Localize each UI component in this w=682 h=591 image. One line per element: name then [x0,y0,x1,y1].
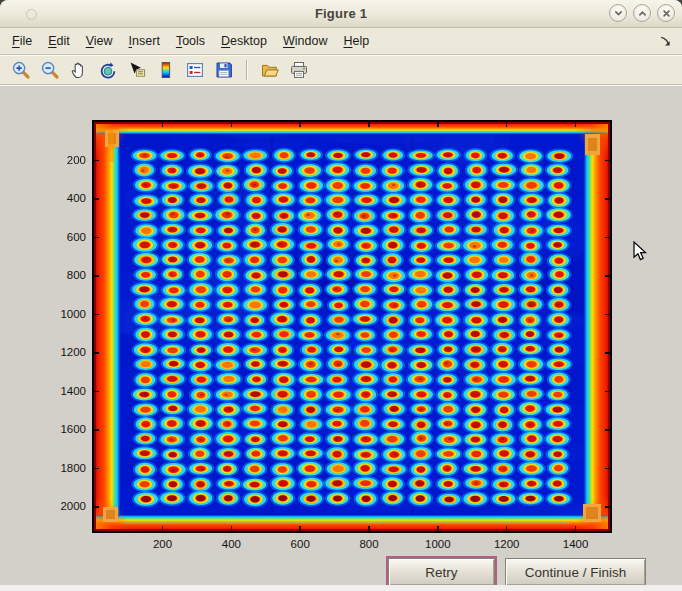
x-tick-mark [231,526,233,531]
y-tick-mark [605,391,610,393]
tool-insert-legend-icon[interactable] [182,58,208,82]
desktop-strip [0,585,682,591]
menu-desktop[interactable]: Desktop [213,30,275,52]
y-tick-mark [605,468,610,470]
menu-help[interactable]: Help [335,30,377,52]
figure-canvas-area: Retry Continue / Finish 2004006008001000… [0,84,682,587]
y-tick-mark [94,391,99,393]
y-tick-mark [94,160,99,162]
window-menu-icon[interactable] [26,9,37,20]
y-tick-label: 1800 [40,462,86,475]
dock-figure-icon[interactable] [657,33,674,50]
x-tick-label: 1200 [485,538,529,551]
x-tick-mark [506,122,508,127]
plot-axes[interactable] [92,120,612,533]
menu-view[interactable]: View [78,30,121,52]
tool-colorbar-icon[interactable] [153,58,179,82]
menu-tools[interactable]: Tools [168,30,213,52]
y-tick-mark [605,160,610,162]
tool-rotate-3d-icon[interactable] [95,58,121,82]
tool-pan-icon[interactable] [66,58,92,82]
y-tick-label: 1200 [40,346,86,359]
x-tick-label: 400 [209,538,253,551]
y-tick-label: 800 [40,269,86,282]
y-tick-mark [94,429,99,431]
menu-file[interactable]: File [4,30,40,52]
x-tick-label: 1400 [554,538,598,551]
menu-insert[interactable]: Insert [121,30,168,52]
x-tick-mark [575,526,577,531]
y-tick-mark [94,198,99,200]
tool-open-icon[interactable] [257,58,283,82]
y-tick-mark [94,468,99,470]
x-tick-label: 800 [347,538,391,551]
y-tick-mark [605,429,610,431]
y-tick-label: 1000 [40,308,86,321]
menu-window[interactable]: Window [275,30,335,52]
tool-print-icon[interactable] [286,58,312,82]
toolbar-separator [246,60,248,80]
minimize-button[interactable] [609,4,627,22]
y-tick-mark [605,275,610,277]
x-tick-label: 200 [141,538,185,551]
close-button[interactable] [657,4,675,22]
y-tick-label: 1400 [40,385,86,398]
figure-window: Figure 1 FileEditViewInsertToolsDesktopW… [0,0,682,585]
x-tick-mark [231,122,233,127]
window-controls [609,4,675,22]
x-tick-mark [575,122,577,127]
y-tick-label: 200 [40,154,86,167]
retry-button[interactable]: Retry [388,558,495,586]
y-tick-label: 600 [40,231,86,244]
x-tick-mark [299,526,301,531]
figure-toolbar [0,54,682,84]
x-tick-mark [162,122,164,127]
menu-bar: FileEditViewInsertToolsDesktopWindowHelp [0,28,682,54]
x-tick-mark [437,122,439,127]
y-tick-mark [605,237,610,239]
continue-finish-button[interactable]: Continue / Finish [505,558,646,586]
x-tick-mark [437,526,439,531]
y-tick-mark [94,314,99,316]
x-tick-mark [299,122,301,127]
y-tick-mark [605,352,610,354]
y-tick-mark [94,275,99,277]
tool-data-cursor-icon[interactable] [124,58,150,82]
x-tick-label: 600 [278,538,322,551]
x-tick-mark [506,526,508,531]
y-tick-mark [94,352,99,354]
heatmap-image[interactable] [94,122,610,531]
x-tick-mark [368,122,370,127]
y-tick-label: 2000 [40,500,86,513]
tool-zoom-in-icon[interactable] [8,58,34,82]
title-bar[interactable]: Figure 1 [0,0,682,28]
y-tick-mark [605,506,610,508]
tool-save-icon[interactable] [211,58,237,82]
x-tick-mark [368,526,370,531]
y-tick-mark [605,314,610,316]
y-tick-label: 400 [40,192,86,205]
maximize-button[interactable] [633,4,651,22]
window-title: Figure 1 [315,6,367,21]
tool-zoom-out-icon[interactable] [37,58,63,82]
menu-edit[interactable]: Edit [40,30,78,52]
y-tick-mark [94,237,99,239]
y-tick-mark [605,198,610,200]
y-tick-label: 1600 [40,423,86,436]
y-tick-mark [94,506,99,508]
x-tick-label: 1000 [416,538,460,551]
x-tick-mark [162,526,164,531]
